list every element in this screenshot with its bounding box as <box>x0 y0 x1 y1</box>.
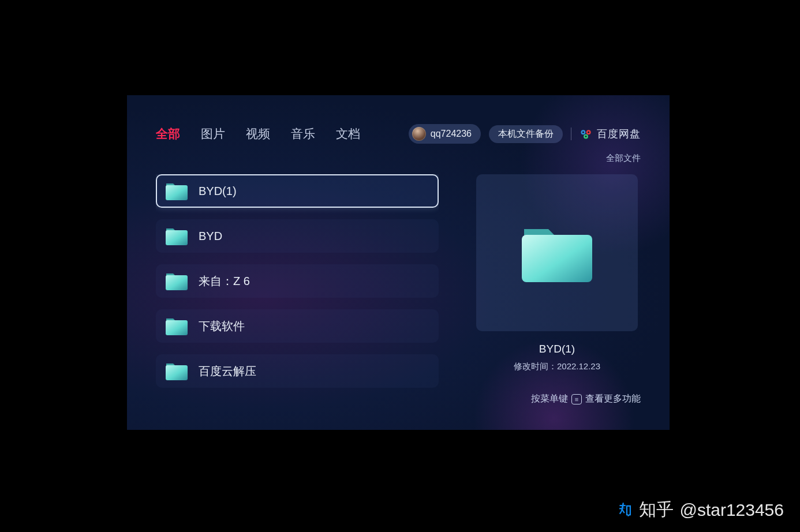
hint-suffix: 查看更多功能 <box>585 393 641 405</box>
username-label: qq724236 <box>431 129 472 139</box>
watermark-site: 知乎 <box>639 498 674 522</box>
svg-point-4 <box>588 132 589 133</box>
brand: 百度网盘 <box>580 127 641 141</box>
svg-rect-6 <box>166 185 188 200</box>
header-bar: 全部 图片 视频 音乐 文档 qq724236 本机文件备份 <box>156 124 641 144</box>
preview-tile <box>476 174 638 331</box>
file-name: 百度云解压 <box>199 364 256 379</box>
svg-point-3 <box>582 132 584 133</box>
tab-music[interactable]: 音乐 <box>291 126 315 142</box>
menu-hint: 按菜单键 ≡ 查看更多功能 <box>531 393 641 405</box>
svg-rect-8 <box>166 275 188 290</box>
folder-icon <box>165 181 188 201</box>
file-name: BYD(1) <box>199 185 237 198</box>
app-screen: 全部 图片 视频 音乐 文档 qq724236 本机文件备份 <box>127 95 670 430</box>
backup-label: 本机文件备份 <box>498 128 554 140</box>
svg-rect-10 <box>166 365 188 380</box>
folder-icon <box>165 316 188 336</box>
brand-label: 百度网盘 <box>597 127 641 141</box>
menu-key-icon: ≡ <box>571 394 582 404</box>
list-item[interactable]: BYD <box>156 219 439 253</box>
file-name: BYD <box>199 230 222 243</box>
file-list: BYD(1) BYD 来自：Z 6 <box>156 174 439 405</box>
file-name: 来自：Z 6 <box>199 274 250 289</box>
watermark-handle: @star123456 <box>679 500 784 520</box>
svg-rect-7 <box>166 230 188 245</box>
svg-point-5 <box>585 136 587 137</box>
list-item[interactable]: BYD(1) <box>156 174 439 208</box>
file-name: 下载软件 <box>199 319 245 334</box>
category-tabs: 全部 图片 视频 音乐 文档 <box>156 126 360 142</box>
preview-panel: BYD(1) 修改时间：2022.12.23 按菜单键 ≡ 查看更多功能 <box>473 174 641 405</box>
preview-name: BYD(1) <box>539 343 575 355</box>
main-area: BYD(1) BYD 来自：Z 6 <box>156 174 641 405</box>
svg-rect-9 <box>166 320 188 335</box>
zhihu-icon <box>614 500 633 520</box>
backup-button[interactable]: 本机文件备份 <box>489 125 563 143</box>
user-pill[interactable]: qq724236 <box>409 124 481 144</box>
preview-meta: 修改时间：2022.12.23 <box>514 361 600 372</box>
baidu-netdisk-icon <box>580 128 592 140</box>
tab-videos[interactable]: 视频 <box>246 126 270 142</box>
tab-documents[interactable]: 文档 <box>336 126 360 142</box>
folder-icon <box>165 271 188 291</box>
breadcrumb[interactable]: 全部文件 <box>156 153 641 164</box>
header-divider <box>571 128 571 140</box>
list-item[interactable]: 来自：Z 6 <box>156 264 439 298</box>
meta-label: 修改时间： <box>514 361 557 371</box>
folder-icon <box>165 361 188 381</box>
folder-icon <box>165 226 188 246</box>
list-item[interactable]: 百度云解压 <box>156 354 439 388</box>
folder-icon <box>519 221 595 284</box>
meta-value: 2022.12.23 <box>557 361 600 371</box>
svg-rect-11 <box>522 235 592 282</box>
watermark: 知乎 @star123456 <box>614 498 784 522</box>
list-item[interactable]: 下载软件 <box>156 309 439 343</box>
tab-all[interactable]: 全部 <box>156 126 180 142</box>
header-right: qq724236 本机文件备份 百度网盘 <box>409 124 641 144</box>
avatar <box>412 127 426 141</box>
tab-images[interactable]: 图片 <box>201 126 225 142</box>
hint-prefix: 按菜单键 <box>531 393 568 405</box>
